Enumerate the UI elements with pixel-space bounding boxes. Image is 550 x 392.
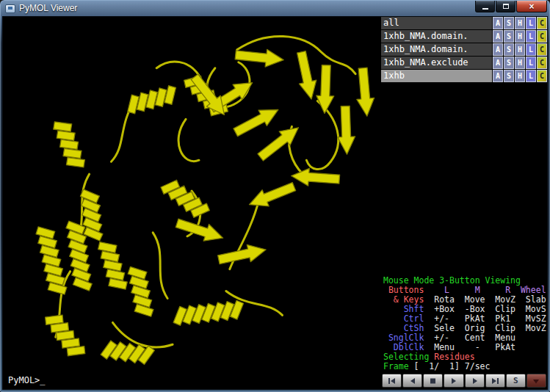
window-title: PyMOL Viewer: [19, 1, 77, 16]
movie-controls: S: [381, 373, 547, 389]
pymol-window: PyMOL Viewer ×: [0, 0, 550, 392]
hide-button[interactable]: H: [515, 17, 525, 29]
action-button[interactable]: A: [493, 43, 503, 56]
object-label[interactable]: 1xhb_NMA.domain.: [381, 30, 492, 43]
object-row: 1xhb_NMA.exclude A S H L C: [381, 57, 547, 69]
maximize-icon: [503, 4, 509, 9]
step-forward-icon: [471, 377, 479, 385]
action-button[interactable]: A: [493, 17, 503, 29]
object-label[interactable]: 1xhb_NMA.exclude: [381, 57, 492, 69]
object-row: 1xhb_NMA.domain. A S H L C: [381, 43, 547, 56]
label-button[interactable]: L: [526, 57, 536, 69]
label-button[interactable]: L: [526, 17, 536, 29]
step-forward-button[interactable]: [465, 374, 485, 388]
record-icon: [532, 377, 540, 385]
scene-button[interactable]: S: [506, 374, 526, 388]
hide-button[interactable]: H: [515, 57, 525, 69]
client-area: PyMOL>_ all A S H L C 1xhb_NMA.domain. A…: [2, 16, 548, 390]
label-button[interactable]: L: [526, 30, 536, 43]
show-button[interactable]: S: [504, 70, 514, 82]
step-back-button[interactable]: [402, 374, 422, 388]
stop-button[interactable]: [423, 374, 443, 388]
label-button[interactable]: L: [526, 43, 536, 56]
close-button[interactable]: ×: [516, 1, 547, 12]
viewport[interactable]: PyMOL>_: [3, 17, 381, 389]
color-button[interactable]: C: [537, 30, 547, 43]
object-row: 1xhb_NMA.domain. A S H L C: [381, 30, 547, 43]
color-button[interactable]: C: [537, 43, 547, 56]
end-button[interactable]: [485, 374, 505, 388]
show-button[interactable]: S: [504, 30, 514, 43]
action-button[interactable]: A: [493, 57, 503, 69]
control-panel: all A S H L C 1xhb_NMA.domain. A S H L C: [381, 17, 547, 389]
object-buttons: A S H L C: [492, 57, 547, 69]
sidebar-spacer: [381, 83, 547, 275]
help-line-frame: Frame [ 1/ 1] 7/sec: [383, 362, 547, 371]
object-label[interactable]: all: [381, 17, 492, 29]
pymol-app-icon: [5, 4, 15, 13]
action-button[interactable]: A: [493, 70, 503, 82]
color-button[interactable]: C: [537, 17, 547, 29]
step-back-icon: [408, 377, 416, 385]
skip-end-icon: [491, 377, 499, 385]
rewind-icon: [388, 377, 396, 385]
show-button[interactable]: S: [504, 57, 514, 69]
minimize-button[interactable]: [475, 1, 495, 12]
titlebar[interactable]: PyMOL Viewer ×: [2, 1, 548, 16]
action-button[interactable]: A: [493, 30, 503, 43]
protein-cartoon: [3, 17, 381, 389]
scene-button-label: S: [513, 377, 518, 385]
object-buttons: A S H L C: [492, 43, 547, 56]
object-row: all A S H L C: [381, 17, 547, 29]
close-icon: ×: [529, 1, 534, 12]
stop-icon: [429, 377, 437, 385]
object-label[interactable]: 1xhb_NMA.domain.: [381, 43, 492, 56]
window-controls: ×: [475, 1, 547, 12]
hide-button[interactable]: H: [515, 43, 525, 56]
record-button[interactable]: [527, 374, 546, 388]
show-button[interactable]: S: [504, 43, 514, 56]
play-icon: [449, 377, 457, 385]
show-button[interactable]: S: [504, 17, 514, 29]
hide-button[interactable]: H: [515, 70, 525, 82]
object-row-selected: 1xhb A S H L C: [381, 70, 547, 82]
maximize-button[interactable]: [496, 1, 515, 12]
play-button[interactable]: [444, 374, 463, 388]
object-buttons: A S H L C: [492, 17, 547, 29]
minimize-icon: [482, 8, 488, 10]
object-buttons: A S H L C: [492, 30, 547, 43]
label-button[interactable]: L: [526, 70, 536, 82]
hide-button[interactable]: H: [515, 30, 525, 43]
mouse-help-panel: Mouse Mode 3-Button Viewing Buttons L M …: [381, 275, 547, 373]
helices-and-strands: [35, 46, 376, 366]
object-label[interactable]: 1xhb: [381, 70, 492, 82]
rewind-button[interactable]: [382, 374, 402, 388]
color-button[interactable]: C: [537, 70, 547, 82]
object-buttons: A S H L C: [492, 70, 547, 82]
color-button[interactable]: C: [537, 57, 547, 69]
command-prompt[interactable]: PyMOL>_: [8, 375, 46, 385]
